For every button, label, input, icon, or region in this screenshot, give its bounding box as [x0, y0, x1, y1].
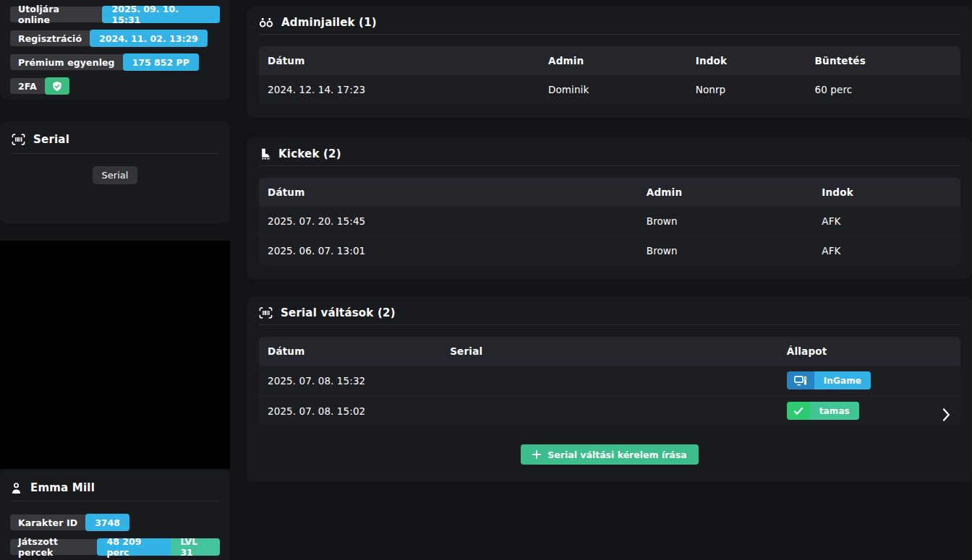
serial-card: Serial Serial — [0, 121, 230, 223]
shield-check-icon — [52, 81, 62, 92]
adminjails-header: Adminjailek (1) — [259, 16, 960, 29]
character-name: Emma Mill — [30, 481, 95, 494]
stat-registration: Regisztráció 2024. 11. 02. 13:29 — [10, 30, 220, 47]
stat-last-online: Utoljára online 2025. 09. 10. 15:31 — [10, 6, 220, 23]
table-header-row: Dátum Admin Indok — [259, 178, 960, 207]
boot-icon — [259, 148, 270, 160]
stat-label: Karakter ID — [10, 514, 85, 530]
cell-punishment: 60 perc — [806, 75, 960, 105]
cell-status: InGame — [778, 366, 960, 396]
plus-icon — [532, 450, 541, 459]
played-minutes-value: 48 209 perc — [97, 538, 171, 556]
adminjails-table: Dátum Admin Indok Büntetés 2024. 12. 14.… — [259, 46, 960, 104]
check-icon — [787, 402, 810, 420]
kicks-title: Kickek (2) — [278, 147, 341, 160]
desktop-icon — [787, 371, 814, 389]
cell-date: 2024. 12. 14. 17:23 — [259, 75, 540, 105]
kicks-card: Kickek (2) Dátum Admin Indok 2025. 07. 2… — [247, 137, 972, 279]
serial-changes-header: Serial váltások (2) — [259, 306, 960, 319]
character-image — [0, 241, 230, 469]
stat-label: Utoljára online — [10, 7, 102, 22]
table-row: 2025. 07. 20. 15:45 Brown AFK — [259, 207, 960, 236]
stat-premium-balance: Prémium egyenleg 175 852 PP — [10, 53, 220, 71]
column-header: Admin — [540, 46, 687, 75]
cell-serial — [441, 396, 778, 426]
serial-changes-title: Serial váltások (2) — [281, 306, 396, 319]
table-header-row: Dátum Admin Indok Büntetés — [259, 46, 960, 75]
user-icon — [10, 482, 22, 494]
barcode-icon — [12, 134, 25, 145]
adminjails-title: Adminjailek (1) — [281, 16, 377, 29]
divider — [259, 324, 960, 325]
status-badge-label: InGame — [814, 371, 871, 389]
kicks-table: Dátum Admin Indok 2025. 07. 20. 15:45 Br… — [259, 178, 960, 265]
column-header: Indok — [687, 46, 806, 75]
cell-reason: AFK — [813, 207, 960, 236]
2fa-status-badge — [45, 77, 69, 95]
character-id-value: 3748 — [85, 514, 129, 531]
serial-changes-table: Dátum Serial Állapot 2025. 07. 08. 15:32 — [259, 337, 960, 426]
stat-value: 2025. 09. 10. 15:31 — [102, 6, 220, 23]
cell-admin: Dominik — [540, 75, 687, 105]
handcuffs-icon — [259, 17, 273, 28]
status-badge-label: tamas — [810, 402, 859, 420]
cell-reason: AFK — [813, 236, 960, 266]
cell-date: 2025. 07. 20. 15:45 — [259, 207, 638, 236]
table-header-row: Dátum Serial Állapot — [259, 337, 960, 366]
stat-character-id: Karakter ID 3748 — [10, 514, 220, 531]
column-header: Indok — [813, 178, 960, 207]
adminjails-card: Adminjailek (1) Dátum Admin Indok Büntet… — [247, 6, 972, 118]
serial-card-title: Serial — [33, 133, 69, 146]
cell-serial — [441, 366, 778, 396]
serial-card-header: Serial — [12, 133, 218, 146]
column-header: Dátum — [259, 46, 540, 75]
column-header: Dátum — [259, 337, 441, 366]
character-card: Emma Mill Karakter ID 3748 Játszott perc… — [0, 470, 230, 560]
character-card-header: Emma Mill — [10, 481, 220, 494]
cell-reason: Nonrp — [687, 75, 806, 105]
divider — [259, 165, 960, 166]
stat-label: 2FA — [10, 78, 45, 94]
kicks-header: Kickek (2) — [259, 147, 960, 160]
stat-value: 2024. 11. 02. 13:29 — [90, 30, 208, 47]
column-header: Állapot — [778, 337, 960, 366]
chevron-right-icon[interactable] — [942, 408, 950, 421]
divider — [12, 153, 218, 154]
serial-button[interactable]: Serial — [93, 166, 138, 184]
serial-change-row[interactable]: 2025. 07. 08. 15:02 tamas — [259, 396, 960, 426]
table-row: 2024. 12. 14. 17:23 Dominik Nonrp 60 per… — [259, 75, 960, 105]
barcode-icon — [259, 307, 273, 319]
divider — [12, 501, 218, 501]
column-header: Serial — [441, 337, 778, 366]
serial-change-request-label: Serial váltási kérelem írása — [547, 449, 686, 460]
column-header: Admin — [638, 178, 814, 207]
status-badge-ingame: InGame — [787, 371, 871, 389]
cell-date: 2025. 07. 08. 15:02 — [259, 396, 441, 426]
cell-status: tamas — [778, 396, 960, 426]
cell-admin: Brown — [638, 207, 814, 236]
table-row: 2025. 06. 07. 13:01 Brown AFK — [259, 236, 960, 266]
stat-label: Játszott percek — [10, 539, 97, 555]
serial-changes-card: Serial váltások (2) Dátum Serial Állapot… — [247, 296, 972, 482]
cell-admin: Brown — [638, 236, 814, 266]
serial-change-row: 2025. 07. 08. 15:32 — [259, 366, 960, 396]
cell-date: 2025. 06. 07. 13:01 — [259, 236, 638, 266]
column-header: Büntetés — [806, 46, 960, 75]
serial-change-request-button[interactable]: Serial váltási kérelem írása — [521, 444, 698, 465]
account-stats-card: Utoljára online 2025. 09. 10. 15:31 Regi… — [0, 0, 230, 100]
stat-played-minutes: Játszott percek 48 209 perc LVL 31 — [10, 538, 220, 556]
stat-value: 175 852 PP — [123, 53, 199, 71]
cell-date: 2025. 07. 08. 15:32 — [259, 366, 441, 396]
level-badge: LVL 31 — [171, 538, 220, 556]
column-header: Dátum — [259, 178, 638, 207]
stat-2fa: 2FA — [10, 77, 220, 95]
status-badge-approved: tamas — [787, 402, 859, 420]
stat-label: Prémium egyenleg — [10, 54, 123, 70]
stat-label: Regisztráció — [10, 30, 90, 46]
divider — [259, 34, 960, 35]
